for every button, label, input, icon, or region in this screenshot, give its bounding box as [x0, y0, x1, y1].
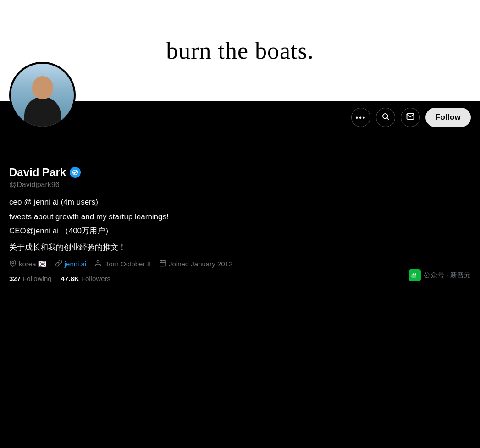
stats-row: 327 Following 47.8K Followers	[9, 275, 471, 282]
calendar-icon	[159, 260, 166, 268]
wechat-label: 公众号 · 新智元	[424, 271, 471, 280]
svg-line-1	[387, 118, 388, 119]
name-row: David Park	[9, 166, 471, 179]
username: @Davidjpark96	[9, 181, 471, 189]
svg-point-2	[12, 262, 14, 264]
banner-text: burn the boats.	[166, 37, 314, 64]
svg-rect-4	[160, 261, 166, 266]
joined-meta: Joined January 2012	[159, 260, 232, 268]
action-row: Follow	[9, 101, 471, 134]
location-text: korea 🇰🇷	[19, 260, 47, 268]
display-name: David Park	[9, 166, 66, 179]
location-meta: korea 🇰🇷	[9, 260, 47, 268]
bio-line-1: ceo @ jenni ai (4m users)	[9, 196, 471, 208]
profile-section: Follow David Park @Davidjpark96 ceo @ je…	[0, 101, 480, 289]
meta-row: korea 🇰🇷 jenni.ai Bo	[9, 260, 471, 268]
avatar[interactable]	[9, 62, 76, 128]
wechat-overlay: 公众号 · 新智元	[409, 269, 471, 281]
verified-badge	[70, 167, 81, 178]
followers-count: 47.8K	[61, 275, 79, 282]
website-link[interactable]: jenni.ai	[65, 260, 87, 268]
following-count: 327	[9, 275, 21, 282]
following-label: Following	[22, 275, 51, 282]
joined-text: Joined January 2012	[169, 260, 232, 268]
search-button[interactable]	[376, 108, 395, 127]
followers-label: Followers	[81, 275, 110, 282]
bio-line-4: 关于成长和我的创业经验的推文！	[9, 242, 471, 254]
bio-line-2: tweets about growth and my startup learn…	[9, 211, 471, 223]
bio-line-3: CEO@jenni ai （400万用户）	[9, 225, 471, 237]
svg-point-3	[97, 260, 99, 263]
following-stat[interactable]: 327 Following	[9, 275, 52, 282]
birthday-meta: Born October 8	[94, 260, 151, 268]
profile-info: David Park @Davidjpark96 ceo @ jenni ai …	[9, 134, 471, 289]
followers-stat[interactable]: 47.8K Followers	[61, 275, 110, 282]
more-icon	[356, 113, 366, 122]
location-icon	[9, 260, 17, 268]
message-icon	[406, 112, 414, 123]
message-button[interactable]	[401, 108, 420, 127]
wechat-icon	[409, 269, 421, 281]
search-icon	[381, 112, 390, 123]
follow-button[interactable]: Follow	[425, 108, 471, 127]
more-options-button[interactable]	[351, 108, 370, 127]
website-meta: jenni.ai	[55, 260, 87, 268]
birthday-text: Born October 8	[104, 260, 151, 268]
birthday-icon	[94, 260, 102, 268]
link-icon	[55, 260, 62, 268]
